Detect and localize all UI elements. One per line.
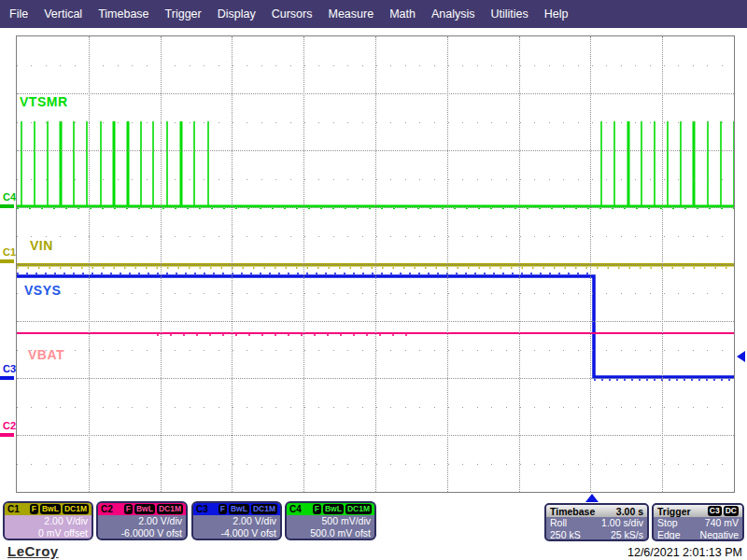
timebase-row-value: 1.00 s/div xyxy=(601,517,643,529)
timebase-title: Timebase xyxy=(550,506,595,517)
channel-box-c1[interactable]: C1FBwLDC1M2.00 V/div0 mV offset xyxy=(3,501,93,540)
channel-scale-value: 2.00 V/div xyxy=(5,515,92,527)
trigger-descriptor[interactable]: Trigger C3DC Stop740 mVEdgeNegative xyxy=(652,503,744,541)
vtsmr-pulse xyxy=(47,121,49,206)
channel-box-header: C4FBwLDC1M xyxy=(287,503,374,515)
channel-marker-c4[interactable]: C4 xyxy=(3,191,16,203)
vtsmr-pulse xyxy=(180,121,183,206)
badge-dc1m: DC1M xyxy=(251,504,277,514)
graticule-minor-ticks xyxy=(17,407,734,408)
menu-item-utilities[interactable]: Utilities xyxy=(490,7,528,21)
trace-label-vbat[interactable]: VBAT xyxy=(28,347,64,362)
gridline-horizontal xyxy=(17,150,734,151)
trigger-row: Stop740 mV xyxy=(654,517,742,529)
trigger-level-marker[interactable] xyxy=(737,351,745,362)
channel-name-label: C4 xyxy=(289,504,302,514)
vtsmr-pulse xyxy=(680,121,682,206)
trace-label-vsys[interactable]: VSYS xyxy=(24,283,61,298)
trigger-row-value: 740 mV xyxy=(705,517,739,529)
badge-f: F xyxy=(218,504,227,514)
timebase-row: 250 kS25 kS/s xyxy=(546,529,647,541)
channel-offset-value: 0 mV offset xyxy=(5,527,92,539)
trigger-badge-c3: C3 xyxy=(708,506,722,516)
trigger-badge-dc: DC xyxy=(724,506,739,516)
graticule-minor-ticks xyxy=(17,236,734,237)
graticule-minor-ticks xyxy=(17,464,734,465)
channel-scale-value: 2.00 V/div xyxy=(98,515,186,527)
gridline-horizontal xyxy=(17,264,734,265)
channel-box-header: C2FBwLDC1M xyxy=(98,503,186,515)
gridline-horizontal xyxy=(17,321,734,322)
vtsmr-pulse xyxy=(707,121,709,206)
channel-marker-c2[interactable]: C2 xyxy=(3,420,16,431)
vtsmr-pulse xyxy=(600,121,602,206)
badge-dc1m: DC1M xyxy=(157,504,183,514)
vtsmr-pulse xyxy=(21,121,22,206)
channel-box-c4[interactable]: C4FBwLDC1M500 mV/div500.0 mV ofst xyxy=(285,501,376,540)
gridline-horizontal xyxy=(17,207,734,208)
lecroy-scope-window: FileVerticalTimebaseTriggerDisplayCursor… xyxy=(0,0,747,560)
trigger-row-label: Stop xyxy=(657,517,678,529)
channel-name-label: C3 xyxy=(196,504,208,514)
vtsmr-pulse xyxy=(693,121,696,206)
menu-item-file[interactable]: File xyxy=(9,7,28,21)
menu-item-math[interactable]: Math xyxy=(389,7,416,21)
vtsmr-pulse xyxy=(641,121,642,206)
graticule-minor-ticks xyxy=(17,293,734,294)
badge-bwl: BwL xyxy=(323,504,344,514)
menu-item-trigger[interactable]: Trigger xyxy=(165,7,202,21)
channel-box-c3[interactable]: C3FBwLDC1M2.00 V/div-4.000 V ofst xyxy=(191,501,282,540)
vtsmr-pulse xyxy=(113,121,116,206)
trace-label-vin[interactable]: VIN xyxy=(30,238,53,253)
menu-item-analysis[interactable]: Analysis xyxy=(431,7,475,21)
graticule-minor-ticks xyxy=(17,179,734,180)
trigger-row-label: Edge xyxy=(657,529,681,541)
vtsmr-pulse xyxy=(720,121,722,206)
channel-scale-value: 2.00 V/div xyxy=(193,515,280,527)
trace-label-vtsmr[interactable]: VTSMR xyxy=(20,94,68,109)
channel-box-c2[interactable]: C2FBwLDC1M2.00 V/div-6.0000 V ofst xyxy=(96,501,188,540)
channel-offset-tick-c2[interactable] xyxy=(0,433,14,437)
channel-box-header: C1FBwLDC1M xyxy=(5,503,92,515)
graticule-minor-ticks xyxy=(17,65,734,66)
channel-badges: FBwLDC1M xyxy=(28,504,89,514)
vtsmr-pulse xyxy=(613,121,615,206)
channel-marker-c1[interactable]: C1 xyxy=(3,246,16,258)
channel-offset-value: 500.0 mV ofst xyxy=(287,527,374,539)
gridline-horizontal xyxy=(17,93,734,94)
channel-name-label: C2 xyxy=(101,504,113,514)
timebase-descriptor[interactable]: Timebase 3.00 s Roll1.00 s/div250 kS25 k… xyxy=(544,503,649,541)
gridline-horizontal xyxy=(17,435,734,436)
badge-bwl: BwL xyxy=(40,504,61,514)
menu-bar: FileVerticalTimebaseTriggerDisplayCursor… xyxy=(0,0,747,28)
channel-offset-tick-c3[interactable] xyxy=(0,376,14,380)
vtsmr-pulse xyxy=(127,121,130,206)
menu-item-help[interactable]: Help xyxy=(544,7,569,21)
vtsmr-pulse xyxy=(667,121,669,206)
timebase-row: Roll1.00 s/div xyxy=(546,517,647,529)
channel-offset-tick-c4[interactable] xyxy=(0,204,14,208)
trigger-row-value: Negative xyxy=(700,529,739,541)
trigger-row: EdgeNegative xyxy=(654,529,742,541)
vtsmr-pulse xyxy=(34,121,35,206)
menu-item-vertical[interactable]: Vertical xyxy=(44,7,82,21)
waveform-display: VTSMRVINVSYSVBAT xyxy=(16,35,735,493)
trigger-title: Trigger xyxy=(657,506,691,517)
trigger-time-marker[interactable] xyxy=(585,494,599,502)
menu-item-measure[interactable]: Measure xyxy=(328,7,374,21)
vtsmr-pulse xyxy=(100,121,102,206)
channel-offset-value: -4.000 V ofst xyxy=(193,527,280,539)
vtsmr-pulse xyxy=(166,121,168,206)
channel-scale-value: 500 mV/div xyxy=(287,515,374,527)
timebase-row-label: 250 kS xyxy=(550,529,581,541)
timebase-row-label: Roll xyxy=(550,517,567,529)
menu-item-display[interactable]: Display xyxy=(218,7,256,21)
menu-item-timebase[interactable]: Timebase xyxy=(98,7,148,21)
channel-offset-tick-c1[interactable] xyxy=(0,259,14,263)
vtsmr-pulse xyxy=(193,121,195,206)
badge-f: F xyxy=(30,504,38,514)
vtsmr-pulse xyxy=(73,121,75,206)
datetime-label: 12/6/2021 2:01:13 PM xyxy=(627,546,742,559)
menu-item-cursors[interactable]: Cursors xyxy=(272,7,313,21)
channel-marker-c3[interactable]: C3 xyxy=(3,363,16,374)
